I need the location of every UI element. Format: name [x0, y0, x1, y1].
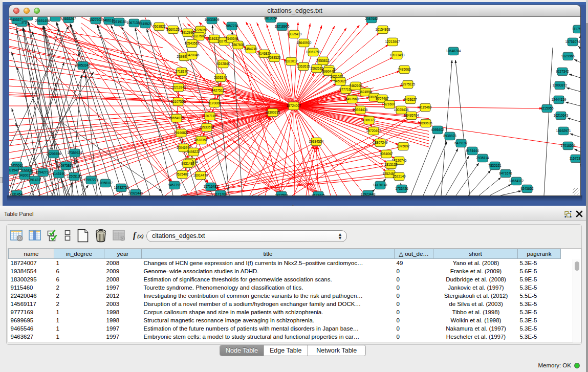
- svg-text:18640910: 18640910: [297, 41, 312, 45]
- svg-text:1167534: 1167534: [570, 157, 580, 160]
- svg-text:4095402: 4095402: [431, 128, 444, 132]
- svg-text:12975115: 12975115: [401, 82, 416, 86]
- svg-text:12923446: 12923446: [128, 191, 143, 195]
- svg-text:10025438: 10025438: [394, 108, 409, 112]
- svg-text:19166827: 19166827: [174, 131, 189, 135]
- svg-text:7588520: 7588520: [268, 56, 281, 59]
- svg-text:10648784: 10648784: [446, 49, 461, 53]
- svg-text:391431: 391431: [29, 178, 40, 182]
- svg-text:2718170: 2718170: [175, 70, 188, 73]
- svg-text:20206556: 20206556: [47, 152, 61, 156]
- svg-text:f: f: [133, 230, 137, 240]
- svg-text:9327502: 9327502: [192, 34, 206, 38]
- svg-text:3498222: 3498222: [187, 150, 200, 154]
- svg-text:15716485: 15716485: [204, 185, 219, 188]
- svg-text:9427512: 9427512: [211, 89, 225, 92]
- svg-text:9245652: 9245652: [520, 187, 534, 190]
- svg-text:18300295: 18300295: [266, 111, 280, 114]
- svg-text:9242844: 9242844: [216, 62, 230, 65]
- svg-text:8660123: 8660123: [166, 28, 180, 31]
- svg-text:13533594: 13533594: [200, 125, 214, 129]
- svg-text:391540: 391540: [9, 168, 19, 172]
- svg-text:7955812: 7955812: [316, 59, 330, 62]
- svg-text:(x): (x): [137, 233, 144, 239]
- svg-text:9084067: 9084067: [380, 152, 393, 156]
- svg-text:5226058: 5226058: [194, 28, 207, 32]
- svg-text:10653267: 10653267: [61, 17, 76, 20]
- svg-text:12093872: 12093872: [553, 83, 568, 87]
- svg-text:13325419: 13325419: [287, 32, 302, 36]
- svg-text:7663822: 7663822: [153, 25, 166, 28]
- svg-text:9329966: 9329966: [561, 54, 575, 58]
- svg-text:9699695: 9699695: [419, 121, 432, 125]
- svg-text:17359924: 17359924: [68, 151, 82, 155]
- svg-text:19384554: 19384554: [309, 140, 324, 143]
- svg-text:9227342: 9227342: [556, 70, 569, 73]
- svg-text:16782759: 16782759: [114, 186, 129, 189]
- svg-text:7386372: 7386372: [362, 118, 376, 122]
- svg-text:12213967: 12213967: [385, 40, 400, 43]
- svg-text:20364436: 20364436: [353, 108, 368, 112]
- svg-text:8938923: 8938923: [443, 134, 456, 138]
- svg-text:15751074: 15751074: [565, 40, 580, 43]
- svg-text:18724007: 18724007: [287, 104, 301, 107]
- svg-text:23420046: 23420046: [185, 53, 200, 57]
- svg-text:19720407: 19720407: [366, 129, 381, 133]
- svg-text:621600: 621600: [384, 102, 395, 106]
- svg-text:12942737: 12942737: [36, 170, 51, 174]
- svg-text:8678352: 8678352: [194, 138, 208, 142]
- svg-text:7857234: 7857234: [225, 24, 238, 28]
- svg-text:8912996: 8912996: [181, 31, 194, 34]
- svg-text:8322017: 8322017: [285, 59, 298, 63]
- svg-text:9707467: 9707467: [376, 97, 389, 100]
- svg-text:1362615: 1362615: [297, 64, 310, 68]
- svg-text:931454: 931454: [11, 192, 23, 195]
- svg-text:10543562: 10543562: [185, 41, 200, 45]
- svg-text:10961758: 10961758: [306, 50, 321, 54]
- svg-text:943001: 943001: [19, 173, 30, 177]
- svg-text:6479197: 6479197: [454, 141, 468, 145]
- svg-text:8454749: 8454749: [244, 47, 257, 51]
- svg-text:7462660: 7462660: [349, 84, 362, 87]
- svg-text:1815132: 1815132: [384, 163, 398, 166]
- svg-text:2935114: 2935114: [476, 156, 489, 160]
- svg-text:10975867: 10975867: [59, 164, 74, 167]
- svg-text:29053346: 29053346: [76, 63, 91, 67]
- svg-text:10958107: 10958107: [98, 181, 113, 185]
- svg-text:2867608: 2867608: [231, 43, 245, 47]
- svg-text:9450021: 9450021: [334, 79, 347, 83]
- svg-text:40557: 40557: [12, 18, 21, 21]
- svg-text:14136141: 14136141: [373, 183, 388, 187]
- svg-text:7540546: 7540546: [225, 37, 238, 40]
- svg-text:10973493: 10973493: [390, 53, 405, 57]
- svg-text:2522140: 2522140: [393, 174, 406, 178]
- svg-text:19654935: 19654935: [169, 116, 184, 120]
- svg-text:20691406: 20691406: [35, 19, 50, 23]
- svg-text:28495764: 28495764: [404, 114, 419, 117]
- svg-text:7485063: 7485063: [398, 68, 411, 71]
- svg-text:8471676: 8471676: [499, 171, 512, 175]
- svg-text:12213349: 12213349: [171, 85, 186, 89]
- svg-text:1171700: 1171700: [214, 192, 227, 195]
- svg-text:7625402: 7625402: [176, 172, 189, 176]
- svg-text:15692971: 15692971: [556, 129, 571, 133]
- svg-text:1562615: 1562615: [310, 67, 323, 70]
- svg-text:16210643: 16210643: [554, 114, 569, 117]
- svg-text:10654112: 10654112: [509, 179, 524, 183]
- svg-text:9457791: 9457791: [168, 183, 181, 187]
- svg-text:19218906: 19218906: [275, 25, 290, 28]
- svg-text:1877563: 1877563: [275, 193, 288, 195]
- svg-text:2087682: 2087682: [365, 17, 378, 20]
- svg-text:16914479: 16914479: [193, 173, 208, 177]
- svg-text:8215955: 8215955: [540, 106, 554, 110]
- svg-text:16033809: 16033809: [205, 18, 220, 21]
- svg-text:12505135: 12505135: [67, 174, 82, 178]
- svg-text:9123445: 9123445: [312, 193, 325, 195]
- svg-text:2603144: 2603144: [214, 76, 227, 79]
- svg-text:17016504: 17016504: [561, 144, 576, 147]
- svg-text:6497568: 6497568: [345, 97, 359, 101]
- svg-text:3267110: 3267110: [204, 114, 216, 118]
- svg-text:17957275: 17957275: [84, 178, 99, 182]
- svg-text:18807249: 18807249: [373, 141, 388, 144]
- svg-text:9463627: 9463627: [404, 98, 417, 101]
